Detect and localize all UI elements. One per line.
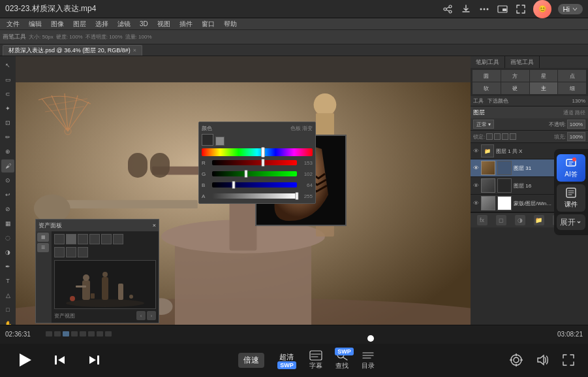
tool-7[interactable]: 主	[530, 82, 558, 94]
tool-1[interactable]: 圆	[472, 70, 501, 82]
ai-answer-btn[interactable]: AI答	[557, 154, 585, 182]
ps-menu-filter[interactable]: 滤镜	[114, 18, 134, 29]
fullscreen-icon-btn[interactable]	[559, 351, 578, 369]
lock-position[interactable]	[502, 133, 508, 140]
quality-button[interactable]: 超清 SWP	[277, 352, 296, 369]
svg-point-58	[511, 355, 521, 365]
tool-2[interactable]: 方	[501, 70, 529, 82]
asset-btn-next[interactable]: ›	[147, 311, 156, 320]
asset-btn-prev[interactable]: ‹	[136, 311, 146, 320]
sidebar-btn-1[interactable]: ▦	[37, 233, 49, 242]
asset-cube-4[interactable]	[89, 234, 100, 244]
list-button[interactable]: 目录	[362, 350, 375, 370]
ps-tool-dodge[interactable]: ◑	[1, 246, 14, 259]
ps-tool-brush[interactable]: 🖌	[1, 159, 14, 172]
asset-cube-5[interactable]	[101, 234, 112, 244]
more-icon[interactable]	[478, 3, 490, 15]
tool-3[interactable]: 星	[530, 70, 558, 82]
ps-tool-hand[interactable]: ✋	[1, 318, 14, 325]
asset-cube-2[interactable]	[66, 234, 76, 244]
tab-brushes[interactable]: 笔刷工具	[471, 56, 505, 68]
ps-tool-gradient[interactable]: ▦	[1, 217, 14, 230]
ps-tool-shape[interactable]: □	[1, 303, 14, 316]
ps-tool-lasso[interactable]: ⊂	[1, 88, 14, 101]
tool-4[interactable]: 点	[558, 70, 586, 82]
svg-line-4	[446, 10, 449, 11]
ps-menu-window[interactable]: 窗口	[198, 18, 219, 29]
r-slider[interactable]	[212, 160, 297, 165]
ps-menu-select[interactable]: 选择	[91, 18, 112, 29]
a-slider[interactable]	[212, 193, 297, 199]
ps-menu-file[interactable]: 文件	[3, 18, 23, 29]
ps-tool-blur[interactable]: ◌	[1, 231, 14, 244]
hi-button[interactable]: Hi	[558, 4, 583, 14]
ps-menu-view[interactable]: 视图	[153, 18, 174, 29]
hue-slider[interactable]	[202, 148, 313, 156]
hue-thumb	[261, 147, 265, 157]
opacity-input[interactable]: 100%	[567, 120, 585, 129]
fullscreen-icon[interactable]	[515, 3, 527, 15]
skip-back-button[interactable]	[48, 348, 72, 372]
ps-toolbar-left: ↖ ▭ ⊂ ✦ ⊡ ✏ ⊕ 🖌 ⊙ ↩ ⊘ ▦ ◌ ◑ ✒ T △ □ ✋ 🔍	[0, 56, 16, 325]
ps-menu-image[interactable]: 图像	[47, 18, 68, 29]
speed-button[interactable]: 倍速	[238, 353, 264, 368]
asset-cube-3[interactable]	[78, 234, 88, 244]
tool-8[interactable]: 细	[558, 82, 586, 94]
asset-cube-1[interactable]	[54, 234, 65, 244]
tab-brushes2[interactable]: 画笔工具	[505, 56, 540, 68]
ps-tool-eyedropper[interactable]: ✏	[1, 131, 14, 144]
tool-6[interactable]: 硬	[501, 82, 529, 94]
layer-style-btn[interactable]: fx	[477, 215, 487, 225]
ps-tool-wand[interactable]: ✦	[1, 102, 14, 115]
layer-group-btn[interactable]: 📁	[534, 215, 544, 225]
ps-tool-eraser[interactable]: ⊘	[1, 203, 14, 216]
color-fg[interactable]	[202, 134, 213, 146]
ps-menu-layer[interactable]: 图层	[69, 18, 90, 29]
lock-pixels[interactable]	[494, 133, 501, 140]
ps-menu-plugins[interactable]: 插件	[176, 18, 196, 29]
find-button[interactable]: SWP 查找	[335, 350, 348, 370]
ps-tool-rect[interactable]: ▭	[1, 73, 14, 86]
asset-cube-6[interactable]	[113, 234, 123, 244]
ps-menu-3d[interactable]: 3D	[136, 18, 152, 29]
lock-transparent[interactable]	[486, 133, 493, 140]
asset-3d-row	[54, 247, 156, 257]
svg-point-23	[314, 93, 337, 116]
color-bg[interactable]	[215, 137, 224, 146]
ps-tab-main[interactable]: 材质深入表达.psd @ 36.4% (图层 20, RGB/8#) ×	[3, 45, 142, 56]
courseware-btn[interactable]: 课件	[557, 184, 585, 212]
canvas-content: ↖ ▭ ⊂ ✦ ⊡ ✏ ⊕ 🖌 ⊙ ↩ ⊘ ▦ ◌ ◑ ✒ T △ □ ✋ 🔍	[0, 56, 588, 325]
target-icon-btn[interactable]	[507, 351, 525, 369]
layer-adj-btn[interactable]: ◑	[515, 215, 525, 225]
expand-btn[interactable]: 展开	[557, 214, 585, 230]
ps-tool-heal[interactable]: ⊕	[1, 145, 14, 158]
controls-right	[507, 351, 578, 369]
blend-mode-select[interactable]: 正常 ▾	[473, 120, 494, 129]
ps-tool-move[interactable]: ↖	[1, 59, 14, 72]
subtitle-button[interactable]: 字幕	[309, 350, 322, 370]
volume-icon-btn[interactable]	[533, 351, 551, 369]
pip-icon[interactable]	[497, 3, 508, 15]
g-slider[interactable]	[212, 171, 297, 176]
main-area: 文件 编辑 图像 图层 选择 滤镜 3D 视图 插件 窗口 帮助 画笔工具 大小…	[0, 18, 588, 325]
share-icon[interactable]	[442, 3, 454, 15]
ps-tool-pen[interactable]: ✒	[1, 260, 14, 273]
b-slider[interactable]	[212, 182, 297, 188]
download-icon[interactable]	[460, 3, 472, 15]
ps-tool-clone[interactable]: ⊙	[1, 174, 14, 187]
play-button[interactable]	[10, 346, 38, 374]
ps-tool-text[interactable]: T	[1, 274, 14, 287]
time-right: 03:08:21	[551, 331, 583, 338]
lock-row: 锁定: 填充: 100%	[471, 131, 588, 143]
fill-input[interactable]: 100%	[567, 132, 585, 141]
layer-mask-btn[interactable]: ◻	[496, 215, 506, 225]
lock-all[interactable]	[510, 133, 516, 140]
ps-tool-history[interactable]: ↩	[1, 188, 14, 201]
sidebar-btn-2[interactable]: ☰	[37, 243, 49, 252]
ps-menu-help[interactable]: 帮助	[220, 18, 241, 29]
ps-tool-path[interactable]: △	[1, 289, 14, 302]
ps-tool-crop[interactable]: ⊡	[1, 116, 14, 129]
skip-forward-button[interactable]	[82, 348, 106, 372]
ps-menu-edit[interactable]: 编辑	[25, 18, 46, 29]
tool-5[interactable]: 软	[472, 82, 501, 94]
